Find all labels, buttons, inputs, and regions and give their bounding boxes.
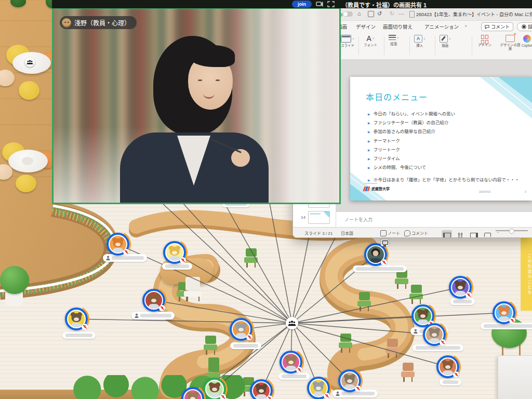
slide-icon bbox=[341, 35, 351, 43]
avatar-monkey-blue[interactable] bbox=[493, 301, 515, 324]
bullet-marker: ▶ bbox=[368, 139, 370, 143]
avatar-cat[interactable] bbox=[280, 351, 302, 374]
bullet-text: シメの時間、今後について bbox=[374, 164, 427, 170]
home-icon[interactable]: ⌂ bbox=[357, 10, 361, 17]
blurred-name bbox=[282, 375, 307, 378]
member-name-label[interactable] bbox=[230, 342, 261, 349]
mic-off-icon bbox=[453, 371, 459, 378]
screen-share-top-bar: join （教員です・社福）の画面共有 1 bbox=[52, 0, 532, 8]
ribbon-addins[interactable]: アドイン bbox=[478, 35, 491, 47]
person-icon bbox=[106, 256, 110, 260]
avatar-raccoon[interactable] bbox=[338, 369, 361, 392]
member-name-label[interactable] bbox=[103, 254, 147, 262]
tab-design[interactable]: デザイン bbox=[356, 23, 376, 30]
slideshow-button[interactable] bbox=[482, 230, 493, 237]
fullscreen-icon[interactable] bbox=[327, 1, 335, 7]
person-icon bbox=[336, 391, 340, 396]
mic-off-icon bbox=[123, 249, 129, 255]
comment-icon bbox=[485, 25, 489, 29]
join-button[interactable]: join bbox=[292, 1, 312, 8]
avatar-giraffe[interactable] bbox=[163, 241, 186, 264]
notes-toggle[interactable]: ノート bbox=[388, 230, 400, 236]
mic-off-icon bbox=[466, 292, 472, 298]
mic-off-icon bbox=[381, 259, 387, 265]
avatar-tiger[interactable] bbox=[107, 233, 129, 256]
bullet-text: テーマトーク bbox=[374, 137, 400, 143]
record-button[interactable]: 録 bbox=[517, 22, 532, 31]
slide-counter: スライド 3 / 21 bbox=[304, 230, 332, 236]
avatar-boar[interactable] bbox=[449, 276, 472, 299]
notes-input[interactable]: ノートを入力 bbox=[336, 211, 532, 227]
ribbon-font[interactable]: A˅フォント bbox=[364, 35, 377, 47]
bullet-marker: ▶ bbox=[368, 166, 370, 169]
mic-off-icon bbox=[180, 257, 186, 263]
mic-off-icon bbox=[440, 339, 446, 345]
bullet-marker: ▶ bbox=[368, 130, 370, 134]
copilot-icon bbox=[523, 35, 531, 43]
sound-share-icon[interactable] bbox=[316, 1, 323, 7]
comments-toggle[interactable]: コメント bbox=[411, 230, 428, 236]
autosave-toggle[interactable] bbox=[343, 11, 353, 17]
save-icon[interactable] bbox=[368, 11, 374, 17]
member-name-label[interactable] bbox=[440, 379, 461, 385]
avatar-bear-tan[interactable] bbox=[436, 355, 459, 378]
slide-editing-area: 本日のメニュー ▶今日の「ねらい」、イベント開催への思い▶ファシリテーター（教員… bbox=[336, 60, 532, 211]
person-icon bbox=[414, 329, 418, 334]
slide-bullet-list: ▶今日の「ねらい」、イベント開催への思い▶ファシリテーター（教員）の自己紹介▶参… bbox=[368, 110, 519, 185]
language-indicator[interactable]: 日本語 bbox=[341, 230, 353, 236]
blurred-name bbox=[453, 300, 472, 303]
undo-icon[interactable]: ↺ bbox=[377, 10, 382, 17]
ribbon-paragraph[interactable]: ˅段落 bbox=[389, 35, 399, 46]
person-icon bbox=[135, 313, 139, 318]
reading-view-button[interactable] bbox=[469, 230, 479, 237]
virtual-event-screen: この社会のことも 保存 ⌂ ↺ ↻ … 260423【1年生、集まれ〜】イベント… bbox=[0, 0, 532, 399]
avatar-cow[interactable] bbox=[65, 308, 88, 330]
bullet-marker: ▶ bbox=[368, 157, 370, 161]
meeting-point-icon[interactable] bbox=[286, 317, 298, 329]
document-icon bbox=[409, 11, 415, 18]
ppt-window-title: 260423【1年生、集まれ〜】イベント - 自分の Mac に保 bbox=[416, 11, 532, 18]
bullet-text: フリートーク bbox=[374, 146, 400, 152]
avatar-ox[interactable] bbox=[307, 377, 330, 399]
meeting-point-icon[interactable] bbox=[25, 57, 35, 67]
avatar-facilitator-photo[interactable] bbox=[364, 243, 387, 266]
avatar-monkey-green[interactable] bbox=[203, 378, 226, 399]
mic-off-icon bbox=[267, 395, 273, 399]
member-name-label[interactable] bbox=[62, 332, 96, 339]
bullet-marker: ▶ bbox=[368, 121, 370, 125]
blurred-name bbox=[356, 267, 404, 271]
redo-icon[interactable]: ↻ bbox=[390, 10, 394, 17]
avatar-koala[interactable] bbox=[230, 318, 252, 341]
blurred-name bbox=[140, 314, 171, 317]
slide-canvas: 本日のメニュー ▶今日の「ねらい」、イベント開催への思い▶ファシリテーター（教員… bbox=[350, 77, 532, 201]
ribbon-draw[interactable]: ˅描画 bbox=[440, 35, 451, 47]
tab-overflow-chevron[interactable]: » bbox=[464, 23, 467, 29]
grid-view-button[interactable] bbox=[455, 230, 466, 237]
sticky-note[interactable]: この社会のことも bbox=[521, 235, 532, 311]
designer-icon bbox=[506, 35, 515, 42]
mic-off-icon bbox=[246, 334, 252, 340]
ppt-status-bar: スライド 3 / 21 日本語 ノート コメント − bbox=[293, 227, 532, 237]
avatar-pink-partial[interactable] bbox=[181, 387, 204, 399]
more-menu[interactable]: … bbox=[398, 9, 404, 16]
mic-off-icon bbox=[159, 305, 165, 311]
ribbon-insert[interactable]: A˅挿入 bbox=[414, 35, 425, 47]
comments-button[interactable]: コメント bbox=[481, 22, 513, 31]
avatar-raccoon-2[interactable] bbox=[423, 323, 446, 346]
ribbon-designer[interactable]: デザインの提案 bbox=[500, 35, 521, 51]
normal-view-button[interactable] bbox=[442, 230, 452, 237]
tab-animations[interactable]: アニメーション bbox=[424, 23, 459, 30]
screen-share-icon bbox=[381, 239, 389, 246]
avatar-bear-crimson[interactable] bbox=[250, 379, 273, 399]
tab-transitions[interactable]: 画面切り替え bbox=[383, 23, 413, 30]
insert-icon: A bbox=[414, 35, 422, 43]
slide-thumbnail[interactable]: 14 bbox=[293, 211, 336, 224]
ribbon-slides[interactable]: ˅スライド bbox=[341, 35, 354, 47]
blurred-name bbox=[443, 380, 458, 384]
zoom-slider[interactable] bbox=[496, 230, 528, 231]
speaker-avatar-icon bbox=[62, 18, 71, 28]
bullet-marker: ▶ bbox=[368, 178, 370, 182]
avatar-bear-red[interactable] bbox=[142, 289, 165, 312]
ribbon-copilot[interactable]: Copilot bbox=[522, 35, 532, 47]
slide-title: 本日のメニュー bbox=[366, 90, 428, 103]
